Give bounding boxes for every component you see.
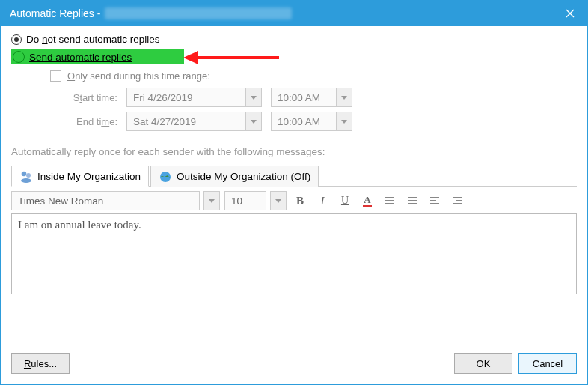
title-bar: Automatic Replies - [1,1,587,26]
italic-button[interactable]: I [313,192,331,210]
tab-outside-org[interactable]: Outside My Organization (Off) [150,166,319,187]
ok-button[interactable]: OK [454,353,512,374]
radio-send[interactable]: Send automatic replies [11,49,577,64]
svg-point-8 [21,178,31,183]
start-date-combo[interactable]: Fri 4/26/2019 [126,88,246,107]
chevron-down-icon [251,120,257,124]
bold-button[interactable]: B [291,192,309,210]
radio-icon [13,51,25,63]
radio-icon [11,34,22,45]
underline-button[interactable]: U [336,192,354,210]
font-dropdown-button[interactable] [203,191,220,210]
end-time-dropdown-button[interactable] [336,112,352,131]
svg-point-6 [22,172,27,177]
outdent-icon [430,197,439,204]
start-time-dropdown-button[interactable] [336,88,352,107]
end-date-combo[interactable]: Sat 4/27/2019 [126,112,246,131]
end-time-label: End time: [50,116,117,127]
chevron-down-icon [341,96,347,100]
font-color-button[interactable]: A [358,192,376,210]
font-combo[interactable]: Times New Roman [11,191,200,210]
chevron-down-icon [341,120,347,124]
globe-icon [159,170,172,184]
message-editor[interactable]: I am on annual leave today. [11,213,577,294]
font-size-combo[interactable]: 10 [224,191,266,210]
rules-button[interactable]: Rules... [11,353,70,374]
svg-point-7 [26,173,31,178]
editor-toolbar: Times New Roman 10 B I U A [11,191,577,210]
radio-do-not-send[interactable]: Do not send automatic replies [11,34,577,45]
chevron-down-icon [251,96,257,100]
start-time-combo[interactable]: 10:00 AM [271,88,337,107]
cancel-button[interactable]: Cancel [518,353,577,374]
people-icon [19,169,33,183]
start-time-label: Start time: [50,92,117,103]
chevron-down-icon [275,199,281,203]
end-time-combo[interactable]: 10:00 AM [271,112,337,131]
window-title: Automatic Replies - [10,7,100,19]
info-text: Automatically reply once for each sender… [11,146,577,157]
numbered-list-button[interactable] [381,192,399,210]
indent-button[interactable] [448,192,466,210]
radio-label: Send automatic replies [29,52,132,63]
close-button[interactable] [553,1,587,26]
indent-icon [453,197,462,204]
svg-marker-10 [209,199,215,203]
button-bar: Rules... OK Cancel [1,342,587,384]
outdent-button[interactable] [426,192,444,210]
start-date-dropdown-button[interactable] [245,88,262,107]
checkbox-label: Only send during this time range: [67,70,210,82]
close-icon [566,9,575,18]
time-range-section: Only send during this time range: Start … [50,70,577,136]
svg-marker-5 [341,120,347,124]
svg-marker-2 [251,96,257,100]
numbered-list-icon [385,197,394,204]
end-date-dropdown-button[interactable] [245,112,262,131]
bullet-list-button[interactable] [403,192,421,210]
bullet-list-icon [408,197,417,204]
checkbox-icon [50,70,61,82]
radio-label: Do not send automatic replies [26,34,160,45]
tab-label: Inside My Organization [37,171,141,182]
tab-inside-org[interactable]: Inside My Organization [11,166,149,187]
svg-marker-11 [275,199,281,203]
svg-marker-3 [341,96,347,100]
highlight-annotation: Send automatic replies [11,49,184,64]
automatic-replies-dialog: Automatic Replies - Do not send automati… [0,0,588,385]
title-account-blurred [105,7,292,19]
font-size-dropdown-button[interactable] [270,191,287,210]
tab-label: Outside My Organization (Off) [177,171,310,182]
tabs: Inside My Organization Outside My Organi… [11,165,577,187]
svg-marker-4 [251,120,257,124]
chevron-down-icon [209,199,215,203]
only-send-checkbox[interactable]: Only send during this time range: [50,70,577,82]
